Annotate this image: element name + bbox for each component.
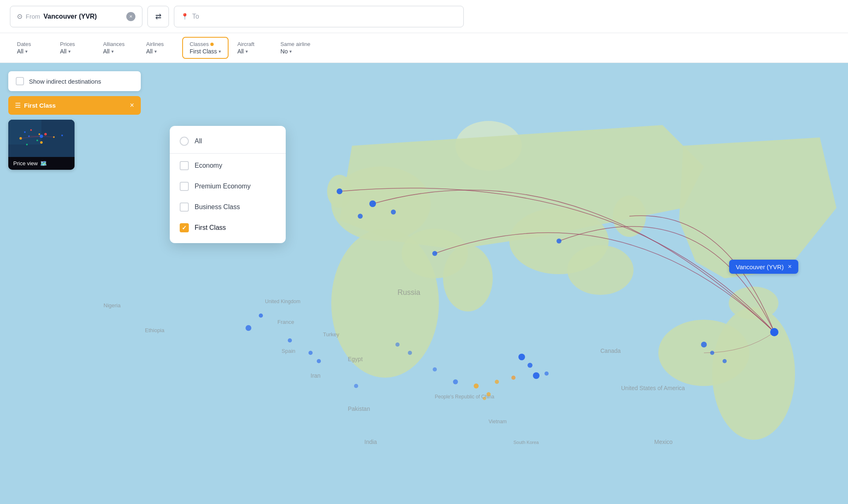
dropdown-divider [170,153,286,154]
dropdown-item-economy[interactable]: Economy [170,155,286,176]
svg-point-30 [369,200,376,207]
classes-arrow-icon: ▾ [219,49,221,54]
swap-icon: ⇄ [155,12,161,21]
all-label: All [195,137,202,145]
filter-dates[interactable]: Dates All ▾ [10,37,51,58]
to-field[interactable]: 📍 To [174,6,464,27]
price-view-map-thumbnail [8,120,75,157]
dropdown-item-first-class[interactable]: ✓ First Class [170,217,286,238]
premium-economy-checkbox[interactable] [180,182,189,191]
price-view-emoji: 🗺️ [40,160,47,166]
svg-point-50 [495,380,499,384]
first-class-filter-badge[interactable]: ☰ First Class × [8,96,141,115]
map-container[interactable]: Russia Egypt Turkey Iran Spain France Un… [0,63,848,504]
classes-value: First Class ▾ [190,48,221,55]
thumbnail-svg [8,120,75,157]
all-radio[interactable] [180,137,189,146]
svg-text:Egypt: Egypt [348,356,363,362]
svg-point-47 [453,379,458,384]
dates-value: All ▾ [17,48,44,55]
same-airline-arrow-icon: ▾ [289,49,292,54]
dropdown-item-business-class[interactable]: Business Class [170,197,286,217]
badge-left: ☰ First Class [15,101,56,109]
svg-point-64 [44,133,47,135]
business-class-checkbox[interactable] [180,203,189,212]
svg-point-45 [408,351,412,355]
svg-point-41 [288,338,292,342]
svg-text:Spain: Spain [282,348,295,354]
svg-point-55 [701,342,707,347]
svg-text:Russia: Russia [398,288,421,297]
svg-text:United Kingdom: United Kingdom [265,299,300,304]
swap-button[interactable]: ⇄ [147,6,169,27]
alliances-arrow-icon: ▾ [111,49,114,54]
classes-label: Classes [190,41,221,47]
aircraft-arrow-icon: ▾ [246,49,248,54]
from-location-icon: ⊙ [17,12,22,20]
dates-arrow-icon: ▾ [25,49,28,54]
svg-point-31 [337,188,342,194]
svg-point-54 [354,384,358,388]
svg-text:United States of America: United States of America [621,385,685,391]
aircraft-value: All ▾ [237,48,265,55]
svg-point-57 [710,351,714,355]
business-class-label: Business Class [195,203,240,211]
svg-point-37 [556,239,561,244]
svg-point-49 [487,392,491,396]
svg-point-39 [246,325,251,331]
dropdown-item-premium-economy[interactable]: Premium Economy [170,176,286,197]
filter-icon: ☰ [15,101,21,109]
svg-point-35 [518,354,525,360]
airlines-label: Airlines [146,41,173,47]
dropdown-item-all[interactable]: All [170,131,286,152]
indirect-checkbox[interactable] [16,77,24,85]
svg-point-34 [432,251,437,256]
svg-point-32 [358,214,363,219]
svg-text:Pakistan: Pakistan [348,405,370,412]
svg-text:France: France [277,319,294,325]
svg-point-70 [30,129,32,131]
header: ⊙ From Vancouver (YVR) × ⇄ 📍 To [0,0,848,33]
svg-point-75 [40,135,43,138]
from-field[interactable]: ⊙ From Vancouver (YVR) × [10,6,142,27]
price-view-card[interactable]: Price view 🗺️ [8,120,75,170]
svg-text:Vietnam: Vietnam [489,419,507,424]
badge-close-icon[interactable]: × [130,101,134,110]
svg-text:Iran: Iran [311,372,320,379]
vancouver-close-button[interactable]: × [788,263,792,270]
filter-prices[interactable]: Prices All ▾ [53,37,94,58]
svg-point-33 [391,210,396,215]
prices-label: Prices [60,41,87,47]
svg-point-36 [528,363,532,368]
same-airline-label: Same airline [280,41,310,47]
left-panel: Show indirect destinations ☰ First Class… [8,71,141,170]
price-view-label: Price view 🗺️ [8,157,75,170]
filter-alliances[interactable]: Alliances All ▾ [96,37,137,58]
classes-active-dot [210,43,214,46]
aircraft-label: Aircraft [237,41,265,47]
clear-from-button[interactable]: × [126,12,135,21]
filter-same-airline[interactable]: Same airline No ▾ [273,37,317,58]
filter-airlines[interactable]: Airlines All ▾ [139,37,181,58]
svg-point-53 [544,371,549,376]
filters-bar: Dates All ▾ Prices All ▾ Alliances All ▾… [0,33,848,63]
svg-text:India: India [364,439,377,445]
svg-text:Nigeria: Nigeria [104,302,121,309]
to-label: To [192,13,199,20]
first-class-label: First Class [195,224,226,232]
alliances-label: Alliances [103,41,130,47]
economy-checkbox[interactable] [180,161,189,170]
svg-point-68 [40,141,43,144]
svg-point-6 [443,245,493,311]
svg-text:Ethiopia: Ethiopia [145,327,165,333]
svg-text:Turkey: Turkey [323,331,340,338]
from-value: Vancouver (YVR) [43,13,97,20]
filter-classes[interactable]: Classes First Class ▾ [182,37,229,59]
indirect-destinations-toggle[interactable]: Show indirect destinations [8,71,141,91]
filter-aircraft[interactable]: Aircraft All ▾ [230,37,272,58]
from-label: From [26,13,40,20]
airlines-arrow-icon: ▾ [154,49,157,54]
first-class-checkbox[interactable]: ✓ [180,223,189,232]
svg-point-71 [39,133,40,135]
svg-point-48 [474,383,479,388]
